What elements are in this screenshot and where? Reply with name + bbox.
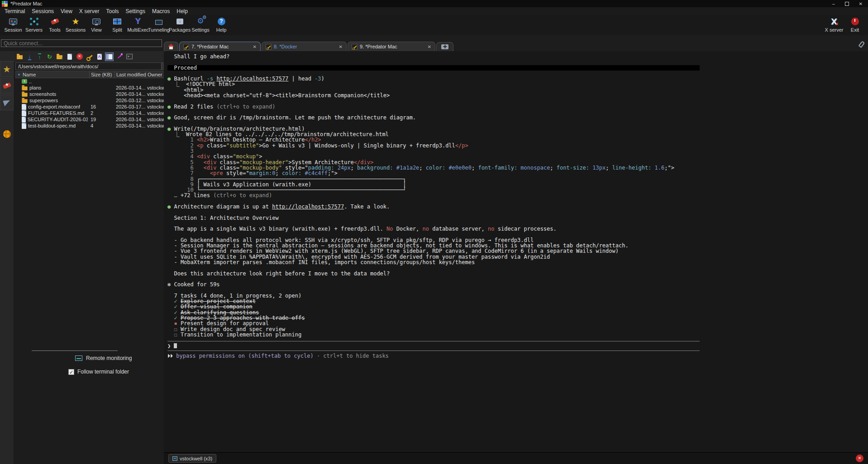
globe-icon[interactable] (3, 130, 11, 138)
split-panel-button[interactable] (105, 52, 114, 61)
column-header-size-kb-[interactable]: Size (KB) (90, 71, 115, 78)
home-icon (168, 44, 174, 49)
file-name: FUTURE-FEATURES.md (28, 110, 84, 116)
packages-toolbar-button[interactable]: Packages (169, 16, 190, 33)
file-row[interactable]: plans2026-03-14...vstockw... (15, 85, 170, 91)
split-toolbar-button[interactable]: Split (107, 16, 128, 33)
terminal-line: ✓ Explore project context (167, 298, 868, 304)
terminal-session-tab[interactable]: vstockwell (x3) (168, 454, 216, 463)
file-row[interactable]: test-buildout-spec.md42026-03-14...vstoc… (15, 123, 170, 129)
file-row[interactable]: config-export.mobaconf162026-03-17...vst… (15, 104, 170, 110)
column-header-name[interactable]: ▼Name (16, 71, 90, 78)
key-button[interactable] (85, 52, 94, 61)
file-row[interactable]: t.. (15, 78, 170, 85)
column-header-last-modified[interactable]: Last modified (115, 71, 146, 78)
upload-button[interactable]: ↑ (35, 52, 44, 61)
delete-button[interactable]: ✕ (75, 52, 84, 61)
exit-toolbar-button[interactable]: Exit (844, 16, 865, 33)
wand-button[interactable] (115, 52, 124, 61)
macros-panel-button[interactable] (0, 95, 14, 110)
terminal-line: ☐ Transition to implementation planning (167, 332, 868, 337)
close-button[interactable]: ✕ (859, 1, 863, 6)
tab-close-icon[interactable]: ✕ (335, 44, 343, 49)
new-folder-button[interactable]: + (55, 52, 64, 61)
session-key-icon (183, 44, 189, 50)
xserver-toolbar-button[interactable]: X server (824, 16, 844, 33)
file-name: config-export.mobaconf (28, 104, 80, 109)
toolbar-label: Settings (191, 27, 210, 33)
follow-terminal-folder-checkbox[interactable]: ✓ Follow terminal folder (68, 369, 129, 375)
toolbar-label: Exit (851, 27, 859, 33)
settings-toolbar-button[interactable]: Settings (190, 16, 211, 33)
menu-item-x-server[interactable]: X server (79, 8, 100, 14)
key-icon (86, 53, 93, 60)
menu-item-view[interactable]: View (61, 8, 72, 14)
tab-close-icon[interactable]: ✕ (249, 44, 257, 49)
upload-icon: ↑ (38, 53, 41, 60)
servers-toolbar-button[interactable]: Servers (24, 16, 44, 33)
help-toolbar-button[interactable]: Help (211, 16, 232, 33)
sort-arrow-icon: ▼ (17, 73, 21, 77)
terminal-line: ✓ Offer visual companion (167, 304, 868, 309)
prompt-input-box[interactable]: ❯ (167, 341, 700, 351)
html-edit-button[interactable]: A (95, 52, 104, 61)
close-terminal-button[interactable]: ✕ (856, 455, 863, 462)
multiexec-toolbar-button[interactable]: MultiExec (128, 16, 148, 33)
terminal-line: ✓ Propose 2-3 approaches with trade-offs (167, 315, 868, 321)
menu-bar: TerminalSessionsViewX serverToolsSetting… (0, 7, 868, 15)
session-tab-8[interactable]: 8. *Docker✕ (262, 42, 347, 51)
new-file-button[interactable] (65, 52, 74, 61)
terminal-button[interactable]: > (125, 52, 134, 61)
new-file-icon (67, 54, 72, 60)
view-toolbar-button[interactable]: View (86, 16, 107, 33)
file-row[interactable]: superpowers2026-03-12...vstockw... (15, 97, 170, 104)
menu-item-tools[interactable]: Tools (106, 8, 119, 14)
menu-item-help[interactable]: Help (176, 8, 188, 14)
quick-connect-input[interactable] (1, 39, 162, 47)
file-table-header: ▼NameSize (KB)Last modifiedOwner (15, 71, 170, 78)
sessions-toolbar-button[interactable]: ★Sessions (65, 16, 86, 33)
sessions-panel-button[interactable]: ★ (0, 61, 14, 77)
file-size (89, 85, 114, 91)
view-icon (92, 19, 100, 24)
new-folder-icon: + (57, 55, 62, 59)
current-path[interactable]: /Users/vstockwell/repos/wraith/docs/ (16, 64, 161, 69)
terminal-line: ● Architecture diagram is up at http://l… (167, 204, 868, 209)
minimize-button[interactable]: – (832, 1, 835, 6)
download-button[interactable]: ↓ (25, 52, 34, 61)
terminal-line: <head><meta charset="utf-8"><title>Brain… (167, 93, 868, 98)
tunneling-toolbar-button[interactable]: Tunneling (148, 16, 169, 33)
home-tab[interactable] (164, 42, 178, 51)
tab-close-icon[interactable]: ✕ (424, 44, 431, 49)
folder-up-button[interactable]: ↑ (15, 52, 24, 61)
file-row[interactable]: screenshots2026-03-14...vstockw... (15, 91, 170, 97)
terminal-prompt-line: ❯ (167, 343, 700, 349)
menu-item-sessions[interactable]: Sessions (32, 8, 54, 14)
tools-panel-button[interactable] (0, 78, 14, 94)
packages-icon (176, 19, 183, 24)
file-row[interactable]: FUTURE-FEATURES.md22026-03-14...vstockw.… (15, 110, 170, 116)
remote-monitoring-button[interactable]: Remote monitoring (75, 355, 132, 361)
multiexec-icon (135, 17, 141, 26)
attachments-paperclip-icon[interactable] (858, 41, 865, 48)
magic-wand-icon (116, 53, 123, 60)
new-tab-button[interactable]: ✚ (436, 42, 453, 51)
file-size (89, 78, 114, 85)
main-toolbar: SessionServersTools★SessionsViewSplitMul… (0, 15, 868, 35)
session-toolbar-button[interactable]: Session (3, 16, 24, 33)
plus-icon: ✚ (441, 44, 448, 49)
menu-item-terminal[interactable]: Terminal (5, 8, 25, 14)
tunneling-icon (155, 20, 162, 25)
tools-toolbar-button[interactable]: Tools (44, 16, 65, 33)
file-row[interactable]: SECURITY-AUDIT-2026-03-1...192026-03-14.… (15, 116, 170, 123)
session-tab-7[interactable]: 7. *Predator Mac✕ (179, 42, 261, 51)
file-name: test-buildout-spec.md (28, 123, 76, 128)
menu-item-macros[interactable]: Macros (152, 8, 170, 14)
refresh-button[interactable]: ↻ (45, 52, 54, 61)
menu-item-settings[interactable]: Settings (126, 8, 145, 14)
session-tab-9[interactable]: 9. *Predator Mac✕ (348, 42, 435, 51)
terminal-area[interactable]: Shall I go ahead? Proceed● Bash(curl -s … (164, 51, 868, 464)
maximize-button[interactable] (845, 2, 849, 6)
session-key-icon (352, 44, 358, 50)
file-size (89, 97, 114, 104)
